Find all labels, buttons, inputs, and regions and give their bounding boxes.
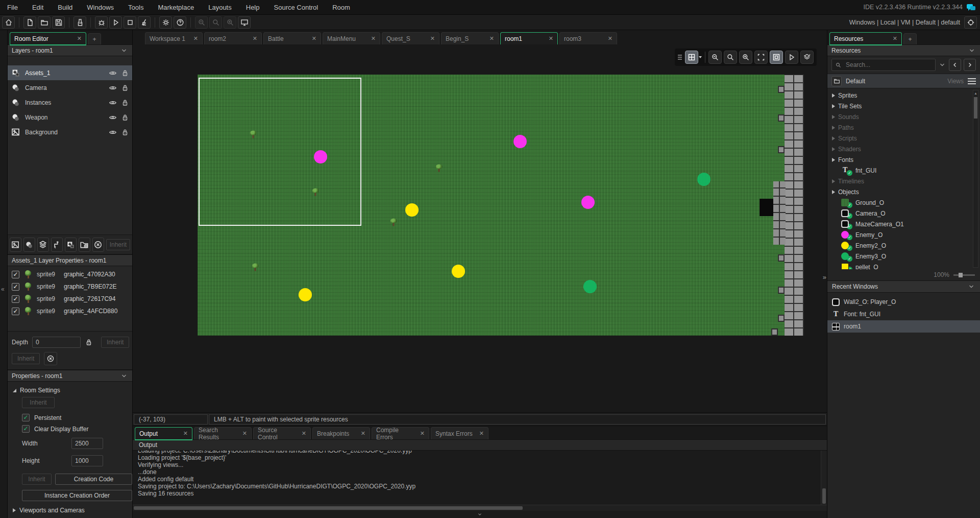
toolbar-button[interactable]	[174, 16, 186, 29]
sprite-row[interactable]: sprite9 graphic_4AFCD880	[8, 305, 132, 317]
tab-room-editor[interactable]: Room Editor ✕	[10, 32, 86, 44]
menu-item[interactable]: Windows	[80, 0, 121, 14]
room-canvas[interactable]: »	[133, 44, 827, 412]
close-tab-icon[interactable]: ✕	[608, 35, 612, 42]
object-instance[interactable]	[405, 203, 419, 217]
output-tab[interactable]: Compile Errors ✕	[372, 427, 429, 439]
toolbar-button[interactable]	[195, 16, 208, 29]
toolbar-button[interactable]	[74, 16, 86, 29]
eye-icon[interactable]	[109, 84, 117, 92]
layer-inherit-button[interactable]: Inherit	[106, 239, 130, 250]
canvas-toolbar-button[interactable]	[685, 51, 698, 64]
room-settings-section[interactable]: Room Settings	[8, 385, 132, 396]
views-menu-icon[interactable]	[968, 78, 976, 84]
close-tab-icon[interactable]: ✕	[242, 430, 247, 437]
canvas-toolbar-button[interactable]	[770, 51, 783, 64]
menu-item[interactable]: Marketplace	[151, 0, 201, 14]
workspace-tab[interactable]: room1 ✕	[500, 32, 558, 44]
tree-arrow-icon[interactable]	[832, 115, 835, 119]
sprite-visible-checkbox[interactable]	[12, 283, 19, 291]
resource-tree-row[interactable]: Sounds	[827, 111, 980, 122]
object-instance[interactable]	[697, 173, 710, 186]
sprite-visible-checkbox[interactable]	[12, 271, 19, 278]
size-inherit-button[interactable]: Inherit	[22, 474, 52, 485]
object-instance[interactable]	[299, 288, 312, 301]
layer-toolbar-button[interactable]	[79, 238, 90, 252]
canvas-toolbar-button[interactable]	[739, 51, 752, 64]
resource-tree-row[interactable]: Enemy2_O	[827, 240, 980, 251]
tree-asset-sprite[interactable]	[250, 131, 257, 138]
tree-arrow-icon[interactable]	[832, 93, 835, 98]
layer-toolbar-button[interactable]	[10, 238, 21, 252]
resource-tree-row[interactable]: Camera_O	[827, 208, 980, 219]
close-tab-icon[interactable]: ✕	[253, 35, 257, 42]
menu-item[interactable]: Build	[51, 0, 80, 14]
output-tab[interactable]: Output ✕	[135, 427, 192, 439]
resource-tree-row[interactable]: Scripts	[827, 133, 980, 144]
add-tab-button[interactable]: +	[903, 33, 917, 44]
object-instance[interactable]	[513, 135, 527, 148]
layer-toolbar-button[interactable]	[23, 238, 35, 252]
nav-forward-button[interactable]	[964, 59, 976, 71]
toolbar-button[interactable]	[138, 16, 151, 29]
output-tab[interactable]: Search Results ✕	[194, 427, 252, 439]
lock-icon[interactable]	[121, 84, 129, 92]
close-tab-icon[interactable]: ✕	[361, 430, 365, 437]
object-instance[interactable]	[581, 196, 595, 209]
recent-windows-header[interactable]: Recent Windows	[827, 280, 980, 293]
lock-icon[interactable]	[121, 99, 129, 107]
zoom-slider[interactable]	[953, 274, 975, 276]
resource-tree-row[interactable]: Shaders	[827, 144, 980, 154]
menu-item[interactable]: File	[0, 0, 25, 14]
tree-asset-sprite[interactable]	[436, 164, 443, 172]
resource-tree-row[interactable]: MazeCamera_O1	[827, 219, 980, 229]
room-height-input[interactable]	[71, 455, 103, 466]
close-tab-icon[interactable]: ✕	[77, 35, 82, 42]
canvas-toolbar-button[interactable]	[708, 51, 722, 64]
close-tab-icon[interactable]: ✕	[420, 430, 425, 437]
close-tab-icon[interactable]: ✕	[312, 35, 316, 42]
resource-tree-row[interactable]: Enemy_O	[827, 229, 980, 240]
output-tab[interactable]: Breakpoints ✕	[312, 427, 370, 439]
layer-toolbar-button[interactable]	[65, 238, 77, 252]
toolbar-button[interactable]	[209, 16, 222, 29]
layer-toolbar-button[interactable]	[37, 238, 49, 252]
sprite-row[interactable]: sprite9 graphic_47092A30	[8, 268, 132, 280]
close-tab-icon[interactable]: ✕	[193, 35, 198, 42]
object-instance[interactable]	[583, 280, 597, 293]
resource-tree-row[interactable]: Ground_O	[827, 197, 980, 208]
menu-item[interactable]: Help	[239, 0, 267, 14]
resource-tree-row[interactable]: Fonts	[827, 154, 980, 165]
workspace-tab[interactable]: Workspace 1 ✕	[145, 32, 203, 44]
asset-layer-properties-header[interactable]: Assets_1 Layer Properties - room1	[8, 254, 132, 266]
output-horizontal-scrollbar[interactable]	[133, 505, 827, 511]
canvas-toolbar-button[interactable]	[785, 51, 798, 64]
menu-item[interactable]: Tools	[121, 0, 151, 14]
tree-asset-sprite[interactable]	[252, 264, 259, 271]
resource-tree-row[interactable]: Objects	[827, 186, 980, 197]
left-dock-collapse-strip[interactable]: «	[0, 30, 8, 518]
search-options-chevron-icon[interactable]	[938, 61, 946, 69]
eye-icon[interactable]	[109, 69, 117, 77]
layers-header[interactable]: Layers - room1	[8, 44, 132, 56]
tree-arrow-icon[interactable]	[832, 126, 835, 130]
output-log[interactable]: Loading project: C:\Users\Zachary\Docume…	[133, 451, 821, 505]
sprite-row[interactable]: sprite9 graphic_7B9E072E	[8, 280, 132, 293]
reset-icon-button[interactable]	[44, 352, 57, 365]
layer-row[interactable]: Instances	[8, 95, 132, 110]
canvas-toolbar-button[interactable]	[800, 51, 814, 64]
toolbar-button[interactable]	[38, 16, 51, 29]
depth-input[interactable]	[32, 337, 81, 348]
workspace-tab[interactable]: room3 ✕	[559, 32, 617, 44]
viewports-section-title[interactable]: Viewports and Cameras	[19, 507, 85, 514]
search-box[interactable]	[831, 59, 936, 71]
tree-arrow-icon[interactable]	[832, 136, 835, 140]
lock-icon[interactable]	[121, 113, 129, 122]
object-instance[interactable]	[452, 265, 465, 278]
resource-tree-row[interactable]: Tile Sets	[827, 101, 980, 111]
layer-row[interactable]: Weapon	[8, 110, 132, 125]
expand-right-icon[interactable]: »	[823, 273, 826, 281]
sprite-visible-checkbox[interactable]	[12, 295, 19, 303]
canvas-toolbar-button[interactable]	[724, 51, 737, 64]
toolbar-button[interactable]	[23, 16, 36, 29]
